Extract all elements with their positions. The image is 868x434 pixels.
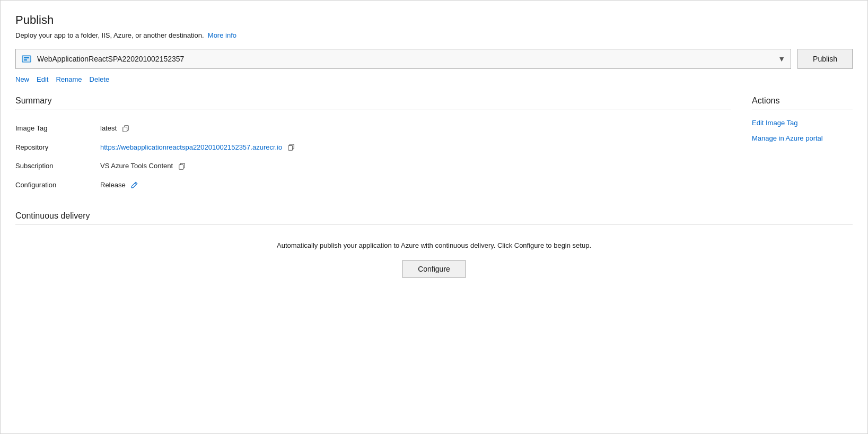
svg-rect-7 bbox=[288, 146, 293, 151]
svg-rect-2 bbox=[24, 57, 29, 58]
actions-links: Edit Image Tag Manage in Azure portal bbox=[752, 119, 853, 142]
profile-select-wrapper: WebApplicationReactSPA220201002152357 ▼ bbox=[15, 49, 791, 69]
two-col-layout: Summary Image Tag latest bbox=[15, 96, 853, 194]
summary-heading: Summary bbox=[15, 96, 731, 106]
actions-heading: Actions bbox=[752, 96, 853, 106]
delete-link[interactable]: Delete bbox=[90, 75, 110, 83]
svg-rect-0 bbox=[22, 56, 31, 62]
repository-value: https://webapplicationreactspa2202010021… bbox=[100, 138, 731, 157]
page-container: Publish Deploy your app to a folder, IIS… bbox=[0, 0, 868, 434]
cd-divider bbox=[15, 224, 853, 224]
subscription-label: Subscription bbox=[15, 157, 100, 176]
table-row: Image Tag latest bbox=[15, 119, 731, 138]
table-row: Configuration Release bbox=[15, 176, 731, 195]
profile-select[interactable]: WebApplicationReactSPA220201002152357 bbox=[37, 55, 785, 63]
configuration-value: Release bbox=[100, 176, 731, 195]
subscription-value: VS Azure Tools Content bbox=[100, 157, 731, 176]
summary-section: Summary Image Tag latest bbox=[15, 96, 731, 194]
rename-link[interactable]: Rename bbox=[56, 75, 82, 83]
profile-actions: New Edit Rename Delete bbox=[15, 75, 853, 83]
more-info-link[interactable]: More info bbox=[208, 31, 236, 39]
subscription-copy-icon[interactable] bbox=[178, 163, 186, 170]
publish-button[interactable]: Publish bbox=[797, 49, 853, 69]
svg-rect-5 bbox=[122, 127, 127, 132]
summary-divider bbox=[15, 109, 731, 109]
azure-container-icon bbox=[21, 54, 32, 64]
configure-button[interactable]: Configure bbox=[402, 260, 466, 278]
image-tag-label: Image Tag bbox=[15, 119, 100, 138]
edit-image-tag-link[interactable]: Edit Image Tag bbox=[752, 119, 853, 127]
profile-row: WebApplicationReactSPA220201002152357 ▼ … bbox=[15, 49, 853, 69]
table-row: Repository https://webapplicationreactsp… bbox=[15, 138, 731, 157]
actions-section: Actions Edit Image Tag Manage in Azure p… bbox=[731, 96, 853, 194]
svg-rect-9 bbox=[179, 164, 183, 169]
manage-azure-portal-link[interactable]: Manage in Azure portal bbox=[752, 134, 853, 142]
page-title: Publish bbox=[15, 13, 853, 27]
cd-heading: Continuous delivery bbox=[15, 211, 853, 221]
image-tag-copy-icon[interactable] bbox=[122, 125, 129, 133]
edit-link[interactable]: Edit bbox=[37, 75, 48, 83]
summary-table: Image Tag latest bbox=[15, 119, 731, 194]
image-tag-value: latest bbox=[100, 119, 731, 138]
new-link[interactable]: New bbox=[15, 75, 29, 83]
configure-button-wrapper: Configure bbox=[15, 260, 853, 278]
table-row: Subscription VS Azure Tools Content bbox=[15, 157, 731, 176]
cd-description: Automatically publish your application t… bbox=[15, 241, 853, 249]
actions-divider bbox=[752, 109, 853, 109]
svg-rect-3 bbox=[24, 59, 27, 60]
configuration-label: Configuration bbox=[15, 176, 100, 195]
repository-label: Repository bbox=[15, 138, 100, 157]
repository-link[interactable]: https://webapplicationreactspa2202010021… bbox=[100, 143, 282, 151]
configuration-edit-icon[interactable] bbox=[130, 181, 138, 189]
repository-copy-icon[interactable] bbox=[287, 144, 295, 151]
subtitle: Deploy your app to a folder, IIS, Azure,… bbox=[15, 31, 853, 39]
continuous-delivery-section: Continuous delivery Automatically publis… bbox=[15, 211, 853, 278]
